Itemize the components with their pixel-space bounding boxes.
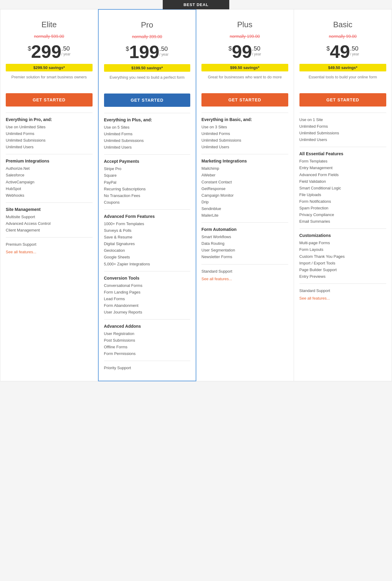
get-started-btn-pro[interactable]: GET STARTED	[104, 94, 191, 107]
feature-item-pro-24: Conversational Forms	[104, 282, 191, 289]
feature-item-elite-16: Client Management	[6, 227, 93, 234]
feature-divider-plus-15	[201, 222, 288, 223]
feature-divider-pro-5	[104, 154, 191, 155]
feature-item-pro-8: Square	[104, 172, 191, 179]
feature-item-plus-11: Campaign Monitor	[201, 192, 288, 199]
divider-top-basic	[299, 113, 387, 113]
feature-item-pro-10: Recurring Subscriptions	[104, 186, 191, 192]
feature-item-plus-2: Unlimited Forms	[201, 130, 288, 137]
pricing-wrapper: BEST DEAL Elitenormally 599.00$299.50/ y…	[0, 0, 392, 381]
feature-item-plus-17: Smart Workflows	[201, 234, 288, 240]
see-all-link-elite[interactable]: See all features...	[6, 250, 36, 254]
feature-item-plus-3: Unlimited Submissions	[201, 137, 288, 144]
feature-item-plus-20: Newsletter Forms	[201, 254, 288, 260]
price-cents-year-pro: .50/ year	[159, 45, 168, 57]
feature-item-elite-15: Advanced Access Control	[6, 220, 93, 227]
feature-section-elite-13: Site Management	[6, 207, 93, 212]
original-price-pro: normally 399.00	[104, 33, 191, 41]
feature-item-plus-9: Constant Contact	[201, 179, 288, 185]
plan-name-plus: Plus	[201, 15, 288, 32]
price-main-basic: 49	[330, 43, 350, 61]
feature-section-elite-0: Everything in Pro, and:	[6, 117, 93, 122]
plans-grid: Elitenormally 599.00$299.50/ year$299.50…	[0, 9, 392, 381]
feature-item-elite-14: Multisite Support	[6, 214, 93, 220]
feature-item-basic-9: Field Validation	[299, 178, 387, 185]
original-price-plus: normally 199.00	[201, 32, 288, 40]
feature-item-basic-14: Privacy Compliance	[299, 212, 387, 218]
price-dollar-pro: $	[126, 45, 129, 52]
feature-item-plus-1: Use on 3 Sites	[201, 124, 288, 130]
feature-section-plus-16: Form Automation	[201, 227, 288, 232]
feature-item-plus-19: User Segmentation	[201, 247, 288, 254]
feature-item-pro-11: No Transaction Fees	[104, 192, 191, 199]
best-deal-badge: BEST DEAL	[163, 0, 229, 9]
get-started-btn-plus[interactable]: GET STARTED	[201, 93, 288, 107]
price-row-plus: $99.50/ year	[201, 40, 288, 62]
feature-section-pro-0: Everything in Plus, and:	[104, 117, 191, 122]
feature-item-basic-22: Page Builder Support	[299, 267, 387, 273]
feature-item-pro-26: Lead Forms	[104, 296, 191, 302]
feature-section-plus-0: Everything in Basic, and:	[201, 117, 288, 122]
savings-badge-pro: $199.50 savings*	[104, 64, 191, 72]
feature-item-basic-13: Spam Protection	[299, 205, 387, 212]
plan-col-plus: Plusnormally 199.00$99.50/ year$99.50 sa…	[196, 9, 294, 381]
price-cents-elite: .50	[61, 45, 70, 52]
original-price-basic: normally 99.00	[299, 32, 387, 40]
feature-item-pro-27: Form Abandonment	[104, 302, 191, 309]
price-year-elite: / year	[61, 52, 70, 56]
feature-section-pro-23: Conversion Tools	[104, 276, 191, 281]
feature-item-basic-20: Custom Thank You Pages	[299, 253, 387, 260]
feature-item-pro-25: Form Landing Pages	[104, 289, 191, 296]
feature-item-plus-12: Drip	[201, 199, 288, 205]
feature-divider-plus-21	[201, 264, 288, 264]
divider-top-pro	[104, 113, 191, 113]
savings-badge-plus: $99.50 savings*	[201, 64, 288, 71]
feature-item-pro-31: User Registration	[104, 330, 191, 337]
feature-item-pro-4: Unlimited Users	[104, 144, 191, 151]
plan-name-elite: Elite	[6, 15, 93, 32]
feature-item-elite-7: Authorize.Net	[6, 165, 93, 172]
divider-top-plus	[201, 113, 288, 113]
original-price-elite: normally 599.00	[6, 32, 93, 40]
feature-item-basic-12: Form Notifications	[299, 198, 387, 205]
feature-item-basic-15: Email Summaries	[299, 218, 387, 225]
feature-item-elite-2: Unlimited Forms	[6, 130, 93, 137]
feature-divider-plus-5	[201, 154, 288, 154]
feature-item-basic-3: Unlimited Users	[299, 136, 387, 143]
feature-item-plus-22: Standard Support	[201, 268, 288, 275]
price-main-plus: 99	[232, 43, 252, 61]
feature-item-elite-3: Unlimited Submissions	[6, 137, 93, 144]
feature-item-basic-10: Smart Conditional Logic	[299, 185, 387, 192]
feature-item-pro-3: Unlimited Submissions	[104, 137, 191, 144]
feature-section-pro-30: Advanced Addons	[104, 324, 191, 329]
plan-col-elite: Elitenormally 599.00$299.50/ year$299.50…	[0, 9, 98, 381]
price-cents-pro: .50	[159, 45, 168, 52]
feature-item-pro-20: Google Sheets	[104, 254, 191, 261]
feature-item-plus-7: Mailchimp	[201, 165, 288, 172]
feature-divider-pro-29	[104, 319, 191, 320]
savings-badge-elite: $299.50 savings*	[6, 64, 93, 71]
divider-top-elite	[6, 113, 93, 113]
get-started-btn-basic[interactable]: GET STARTED	[299, 93, 387, 107]
feature-section-pro-6: Accept Payments	[104, 159, 191, 164]
feature-item-pro-21: 5,000+ Zapier Integrations	[104, 261, 191, 268]
see-all-link-plus[interactable]: See all features...	[201, 277, 232, 281]
price-main-pro: 199	[129, 43, 159, 61]
see-all-link-basic[interactable]: See all features...	[299, 296, 330, 300]
feature-item-elite-18: Premium Support	[6, 241, 93, 248]
feature-divider-pro-22	[104, 271, 191, 271]
get-started-btn-elite[interactable]: GET STARTED	[6, 93, 93, 107]
price-year-basic: / year	[350, 52, 359, 56]
feature-item-basic-11: File Uploads	[299, 192, 387, 198]
plan-col-pro: Pronormally 399.00$199.50/ year$199.50 s…	[98, 9, 197, 381]
feature-item-pro-15: 1000+ Form Templates	[104, 221, 191, 227]
feature-item-pro-28: User Journey Reports	[104, 309, 191, 316]
feature-item-pro-9: PayPal	[104, 179, 191, 186]
feature-divider-pro-35	[104, 361, 191, 361]
feature-item-elite-1: Use on Unlimited Sites	[6, 124, 93, 130]
price-year-pro: / year	[159, 52, 168, 57]
feature-item-pro-33: Offline Forms	[104, 344, 191, 350]
price-cents-year-elite: .50/ year	[61, 45, 70, 56]
feature-item-plus-13: Sendinblue	[201, 205, 288, 212]
feature-divider-pro-13	[104, 209, 191, 210]
